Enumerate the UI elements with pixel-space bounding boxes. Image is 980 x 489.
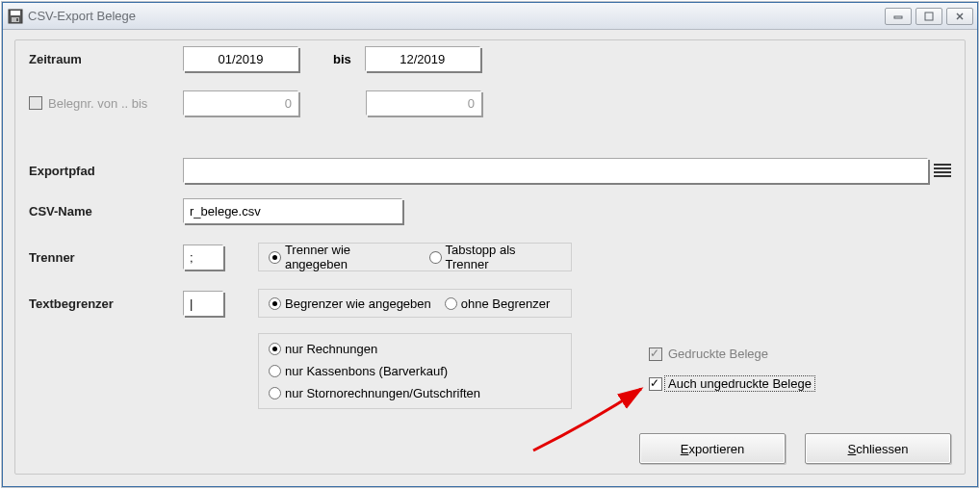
trenner-option-asgiven[interactable]: Trenner wie angegeben [269,243,416,271]
doctype-option-kassenbons[interactable]: nur Kassenbons (Barverkauf) [269,364,448,378]
belegnr-from-field: 0 [183,90,298,116]
textbegrenzer-field[interactable]: | [183,291,223,316]
window-controls [885,8,973,25]
exportpfad-browse-icon[interactable] [934,158,951,183]
form-panel: Zeitraum 01/2019 bis 12/2019 Belegnr. vo… [14,39,966,475]
export-button[interactable]: Exportieren [639,433,786,464]
close-button-form[interactable]: Schliessen [805,433,951,464]
csvname-field[interactable]: r_belege.csv [183,198,402,223]
doctype-radio-rechnungen[interactable] [269,343,281,355]
auch-ungedruckte-row[interactable]: Auch ungedruckte Belege [649,375,815,392]
doctype-radio-kassenbons[interactable] [269,365,281,377]
trenner-radio-tab[interactable] [429,251,442,264]
button-row: Exportieren Schliessen [639,433,951,464]
gedruckte-row: Gedruckte Belege [649,347,768,361]
trenner-option-tab[interactable]: Tabstopp als Trenner [429,243,561,271]
belegnr-checkbox-row[interactable]: Belegnr. von .. bis [29,96,183,111]
exportpfad-field[interactable] [183,158,928,183]
trenner-option-group: Trenner wie angegeben Tabstopp als Trenn… [258,243,572,271]
label-belegnr: Belegnr. von .. bis [48,96,147,111]
gedruckte-checkbox [649,347,662,361]
auch-ungedruckte-label: Auch ungedruckte Belege [664,375,815,392]
belegnr-enable-checkbox [29,96,42,110]
label-exportpfad: Exportpfad [29,164,183,178]
begrenzer-radio-asgiven[interactable] [269,297,281,310]
minimize-button[interactable] [885,8,912,25]
svg-rect-5 [925,13,933,20]
doctype-option-rechnungen[interactable]: nur Rechnungen [269,342,377,356]
label-csvname: CSV-Name [29,204,183,219]
doctype-option-storno[interactable]: nur Stornorechnungen/Gutschriften [269,386,480,400]
trenner-field[interactable]: ; [183,244,223,270]
titlebar: CSV-Export Belege [3,3,977,30]
svg-rect-4 [894,16,902,18]
trenner-radio-asgiven[interactable] [269,251,281,264]
svg-rect-3 [16,18,18,21]
begrenzer-option-asgiven[interactable]: Begrenzer wie angegeben [269,296,431,311]
svg-rect-1 [11,11,20,15]
close-button[interactable] [946,8,973,25]
label-trenner: Trenner [29,250,183,265]
label-zeitraum: Zeitraum [29,52,183,66]
maximize-button[interactable] [916,8,942,25]
window: CSV-Export Belege Zeitraum 01/2019 bis [2,2,978,487]
gedruckte-label: Gedruckte Belege [668,347,768,361]
window-title: CSV-Export Belege [28,9,885,23]
label-textbegrenzer: Textbegrenzer [29,296,183,311]
auch-ungedruckte-checkbox[interactable] [649,377,662,391]
belegnr-to-field: 0 [366,90,481,116]
zeitraum-to-field[interactable]: 12/2019 [365,46,480,71]
label-bis: bis [333,52,351,66]
begrenzer-radio-none[interactable] [445,297,457,310]
client-area: Zeitraum 01/2019 bis 12/2019 Belegnr. vo… [3,30,977,486]
zeitraum-from-field[interactable]: 01/2019 [183,46,298,71]
doctype-option-group: nur Rechnungen nur Kassenbons (Barverkau… [258,333,572,409]
begrenzer-option-group: Begrenzer wie angegeben ohne Begrenzer [258,289,572,318]
save-icon [7,8,24,25]
begrenzer-option-none[interactable]: ohne Begrenzer [445,296,551,311]
doctype-radio-storno[interactable] [269,387,281,399]
